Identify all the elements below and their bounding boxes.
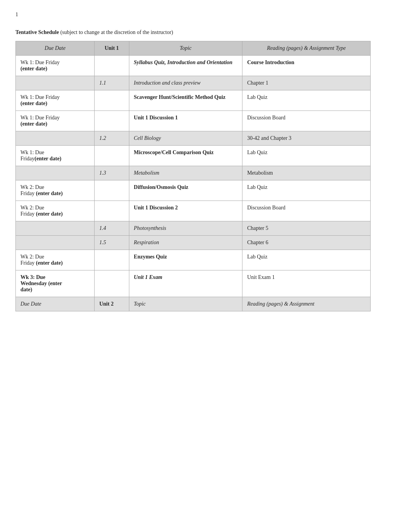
cell-topic: Diffusion/Osmosis Quiz	[129, 180, 242, 201]
table-row: Wk 1: Due Friday(enter date)Scavenger Hu…	[16, 90, 371, 111]
cell-reading: Lab Quiz	[242, 90, 371, 111]
cell-unit: 1.1	[95, 76, 129, 90]
cell-unit	[95, 250, 129, 270]
table-body: Wk 1: Due Friday(enter date)Syllabus Qui…	[16, 56, 371, 311]
cell-topic: Respiration	[129, 236, 242, 250]
table-header: Due Date Unit 1 Topic Reading (pages) & …	[16, 41, 371, 56]
cell-unit: Unit 2	[95, 297, 129, 311]
table-row: Wk 2: DueFriday (enter date)Enzymes Quiz…	[16, 250, 371, 270]
cell-reading: Metabolism	[242, 166, 371, 180]
cell-reading: Lab Quiz	[242, 250, 371, 270]
table-row: 1.5RespirationChapter 6	[16, 236, 371, 250]
cell-due	[16, 76, 95, 90]
cell-topic: Cell Biology	[129, 131, 242, 146]
cell-unit	[95, 146, 129, 166]
schedule-title-note: (subject to change at the discretion of …	[60, 29, 173, 35]
cell-reading: Reading (pages) & Assignment	[242, 297, 371, 311]
cell-topic: Metabolism	[129, 166, 242, 180]
cell-unit	[95, 56, 129, 76]
cell-due	[16, 221, 95, 236]
table-row: Wk 3: DueWednesday (enterdate)Unit 1 Exa…	[16, 270, 371, 297]
table-row: 1.3MetabolismMetabolism	[16, 166, 371, 180]
header-due-date: Due Date	[16, 41, 95, 56]
cell-topic: Scavenger Hunt/Scientific Method Quiz	[129, 90, 242, 111]
table-row: Wk 1: Due Friday(enter date)Syllabus Qui…	[16, 56, 371, 76]
cell-reading: Chapter 6	[242, 236, 371, 250]
cell-topic: Introduction and class preview	[129, 76, 242, 90]
cell-unit	[95, 111, 129, 131]
cell-topic: Photosynthesis	[129, 221, 242, 236]
cell-due: Wk 1: DueFriday(enter date)	[16, 146, 95, 166]
cell-unit: 1.3	[95, 166, 129, 180]
cell-unit: 1.2	[95, 131, 129, 146]
cell-unit	[95, 180, 129, 201]
cell-due: Wk 1: Due Friday(enter date)	[16, 111, 95, 131]
cell-due: Wk 2: DueFriday (enter date)	[16, 180, 95, 201]
cell-unit	[95, 90, 129, 111]
cell-reading: Lab Quiz	[242, 180, 371, 201]
table-row: Wk 2: DueFriday (enter date)Diffusion/Os…	[16, 180, 371, 201]
cell-reading: Chapter 5	[242, 221, 371, 236]
cell-topic: Unit 1 Discussion 1	[129, 111, 242, 131]
cell-unit: 1.4	[95, 221, 129, 236]
table-row: 1.4PhotosynthesisChapter 5	[16, 221, 371, 236]
cell-topic: Unit 1 Discussion 2	[129, 201, 242, 221]
cell-due: Due Date	[16, 297, 95, 311]
schedule-table: Due Date Unit 1 Topic Reading (pages) & …	[15, 41, 371, 311]
header-reading: Reading (pages) & Assignment Type	[242, 41, 371, 56]
cell-topic: Enzymes Quiz	[129, 250, 242, 270]
schedule-title: Tentative Schedule (subject to change at…	[15, 29, 395, 36]
cell-due	[16, 236, 95, 250]
cell-topic: Microscope/Cell Comparison Quiz	[129, 146, 242, 166]
cell-due: Wk 2: DueFriday (enter date)	[16, 201, 95, 221]
cell-unit	[95, 270, 129, 297]
cell-due: Wk 1: Due Friday(enter date)	[16, 90, 95, 111]
header-row: Due Date Unit 1 Topic Reading (pages) & …	[16, 41, 371, 56]
cell-topic: Unit 1 Exam	[129, 270, 242, 297]
cell-reading: Discussion Board	[242, 111, 371, 131]
cell-due	[16, 131, 95, 146]
cell-topic: Syllabus Quiz, Introduction and Orientat…	[129, 56, 242, 76]
cell-due: Wk 1: Due Friday(enter date)	[16, 56, 95, 76]
cell-unit: 1.5	[95, 236, 129, 250]
cell-reading: Chapter 1	[242, 76, 371, 90]
table-row: 1.2Cell Biology30-42 and Chapter 3	[16, 131, 371, 146]
cell-reading: Course Introduction	[242, 56, 371, 76]
cell-reading: Unit Exam 1	[242, 270, 371, 297]
cell-unit	[95, 201, 129, 221]
cell-due: Wk 2: DueFriday (enter date)	[16, 250, 95, 270]
cell-reading: Lab Quiz	[242, 146, 371, 166]
table-row: Due DateUnit 2TopicReading (pages) & Ass…	[16, 297, 371, 311]
table-row: Wk 1: DueFriday(enter date)Microscope/Ce…	[16, 146, 371, 166]
cell-reading: Discussion Board	[242, 201, 371, 221]
page-number: 1	[15, 12, 395, 18]
header-unit: Unit 1	[95, 41, 129, 56]
cell-reading: 30-42 and Chapter 3	[242, 131, 371, 146]
cell-due: Wk 3: DueWednesday (enterdate)	[16, 270, 95, 297]
table-row: Wk 1: Due Friday(enter date)Unit 1 Discu…	[16, 111, 371, 131]
schedule-title-bold: Tentative Schedule	[15, 29, 59, 35]
cell-due	[16, 166, 95, 180]
table-row: 1.1Introduction and class previewChapter…	[16, 76, 371, 90]
header-topic: Topic	[129, 41, 242, 56]
table-row: Wk 2: DueFriday (enter date)Unit 1 Discu…	[16, 201, 371, 221]
cell-topic: Topic	[129, 297, 242, 311]
